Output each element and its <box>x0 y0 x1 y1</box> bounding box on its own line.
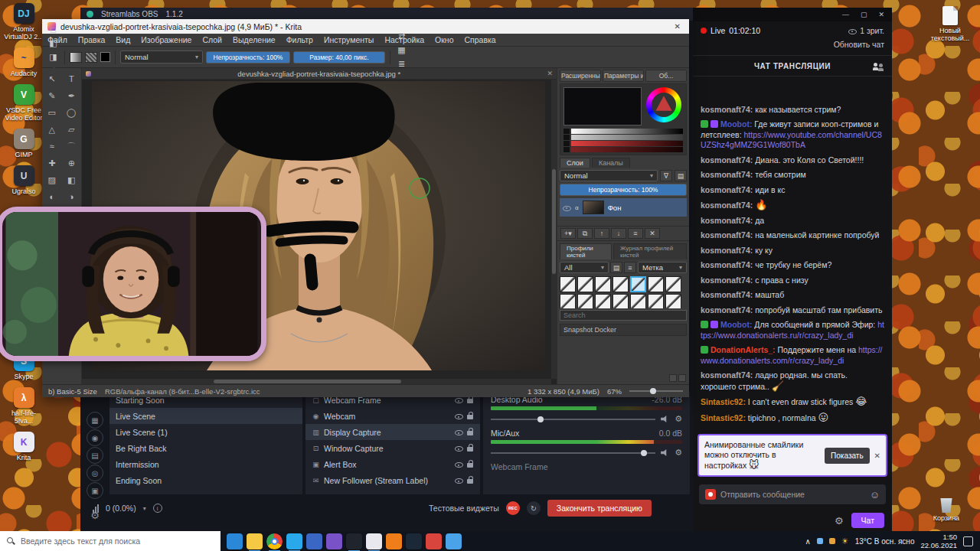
show-button[interactable]: Показать <box>825 448 870 464</box>
source-item[interactable]: ✉New Follower (Stream Label) <box>305 472 480 488</box>
editor-rail-icon[interactable]: ▦ <box>87 412 103 429</box>
source-item[interactable]: ⊡Window Capture <box>305 440 480 456</box>
brush-grid-view-icon[interactable]: ▤ <box>610 262 622 273</box>
explorer-folder-taskbar-icon[interactable] <box>247 533 263 549</box>
desktop-icon-krita[interactable]: KKrita <box>2 432 46 461</box>
visibility-eye-icon[interactable] <box>455 412 463 420</box>
brush-preset[interactable] <box>665 294 681 308</box>
themes-rail-icon[interactable]: ◉ <box>87 429 103 446</box>
text-tool[interactable]: T <box>62 70 82 87</box>
volume-slider[interactable] <box>491 452 655 454</box>
pattern-swatch[interactable] <box>85 52 97 63</box>
lock-icon[interactable] <box>467 444 474 452</box>
docker-float-icon[interactable] <box>669 374 677 382</box>
brush-preset[interactable] <box>577 294 593 308</box>
tray-update-icon[interactable] <box>829 538 835 544</box>
brush-preset[interactable] <box>577 276 593 292</box>
krita-menu-item[interactable]: Инструменты <box>318 35 379 44</box>
volume-slider[interactable] <box>491 419 655 420</box>
fill-tool[interactable]: ✚ <box>42 155 62 171</box>
visibility-eye-icon[interactable] <box>455 428 463 436</box>
telegram-taskbar-icon[interactable] <box>286 533 302 549</box>
notepad-taskbar-icon[interactable] <box>446 533 462 549</box>
canvas-horizontal-scrollbar[interactable] <box>82 379 551 384</box>
maximize-window-icon[interactable]: ▢ <box>861 11 867 18</box>
docker-tab-advanced-color[interactable]: Расширенный в... <box>560 70 601 82</box>
brush-search-input[interactable] <box>560 310 687 321</box>
brush-preset[interactable] <box>630 276 646 292</box>
krita-menu-item[interactable]: Справка <box>459 35 501 44</box>
docker-tab-tool-options[interactable]: Параметры ин... <box>603 70 644 82</box>
stream-camera-icon[interactable] <box>705 489 716 500</box>
lock-icon[interactable] <box>467 476 474 484</box>
tone-tool[interactable]: ◐ <box>42 188 62 205</box>
edit-shape-tool[interactable]: ✎ <box>42 87 62 104</box>
new-doc-icon[interactable]: □ <box>47 23 60 37</box>
speaker-icon[interactable] <box>661 415 669 423</box>
foreground-color-swatch[interactable] <box>100 52 110 62</box>
weather-label[interactable]: 13°C В осн. ясно <box>855 537 915 546</box>
minimize-window-icon[interactable]: — <box>842 11 849 18</box>
krita-menu-item[interactable]: Правка <box>73 35 110 44</box>
speaker-icon[interactable] <box>661 448 669 457</box>
visibility-eye-icon[interactable] <box>455 476 463 484</box>
docker-tab-overview[interactable]: Об... <box>645 70 687 82</box>
brush-preset[interactable] <box>595 276 611 292</box>
krita-menu-item[interactable]: Фильтр <box>281 35 318 44</box>
brush-preset[interactable] <box>648 294 664 308</box>
vlc-taskbar-icon[interactable] <box>386 533 402 549</box>
brush-presets-tab[interactable]: Профили кистей <box>560 243 612 259</box>
chat-settings-gear-icon[interactable]: ⚙ <box>835 515 844 527</box>
source-item[interactable]: ▣Alert Box <box>305 456 480 472</box>
color-wheel[interactable] <box>646 87 681 122</box>
krita-menu-item[interactable]: Изображение <box>136 35 197 44</box>
highlighter-rail-icon[interactable]: ◎ <box>87 465 103 481</box>
photos-taskbar-icon[interactable] <box>326 533 342 549</box>
edge-taskbar-icon[interactable] <box>227 533 243 549</box>
brush-preset[interactable] <box>560 294 576 308</box>
scene-item[interactable]: Live Scene <box>109 408 302 424</box>
zoom-slider[interactable] <box>629 390 683 392</box>
search-input[interactable] <box>21 536 214 546</box>
brush-tag-dropdown[interactable]: Метка▾ <box>638 262 687 273</box>
open-doc-icon[interactable]: ◧ <box>47 37 60 51</box>
calligraphy-tool[interactable]: ✒ <box>62 87 82 104</box>
source-item[interactable]: ▥Display Capture <box>305 424 480 440</box>
hidden-icons-caret[interactable]: ∧ <box>805 537 811 546</box>
krita-titlebar[interactable]: devushka-vzgliad-portret-krasivaia-tsepo… <box>42 19 689 34</box>
color-history-strips[interactable] <box>564 129 683 153</box>
snapshot-docker-tab[interactable]: Snapshot Docker <box>560 324 687 336</box>
close-window-icon[interactable]: ✕ <box>878 11 884 18</box>
mirror-icon[interactable]: ⇄ <box>395 30 408 44</box>
layer-opacity-slider[interactable]: Непрозрачность: 100% <box>560 184 687 196</box>
chat-message-list[interactable]: kosmonaft74: как называется стрим? Moobo… <box>693 77 892 431</box>
add-layer-button[interactable]: +▾ <box>560 228 576 239</box>
pattern-tool[interactable]: ▨ <box>42 171 62 188</box>
layer-view-icon[interactable]: ▤ <box>675 170 687 181</box>
document-tab[interactable]: devushka-vzgliad-portret-krasivaia-tsepo… <box>82 68 557 80</box>
layers-tab[interactable]: Слои <box>560 158 590 168</box>
close-document-icon[interactable]: ✕ <box>547 70 553 77</box>
channels-tab[interactable]: Каналы <box>592 158 630 168</box>
duplicate-layer-button[interactable]: ⧉ <box>577 228 593 239</box>
brush-list-view-icon[interactable]: ≡ <box>624 262 636 273</box>
notification-center-icon[interactable] <box>963 536 973 546</box>
delete-layer-button[interactable]: ✕ <box>645 228 660 239</box>
krita-menu-item[interactable]: Вид <box>110 35 136 44</box>
freehand-brush-tool[interactable]: ≈ <box>42 138 62 155</box>
save-doc-icon[interactable]: ◨ <box>47 51 60 64</box>
brush-preset[interactable] <box>560 276 576 292</box>
opacity-slider[interactable]: Непрозрачность: 100% <box>206 51 290 64</box>
refresh-chat-link[interactable]: Обновить чат <box>693 40 892 55</box>
steam-taskbar-icon[interactable] <box>406 533 422 549</box>
chat-titlebar[interactable]: — ▢ ✕ <box>693 8 892 21</box>
volume-slider-knob[interactable] <box>537 416 544 422</box>
taskbar-search[interactable] <box>0 531 220 551</box>
krita-taskbar-icon[interactable] <box>366 533 382 549</box>
desktop-icon-ugralso[interactable]: UUgralso <box>2 165 46 195</box>
krita-menu-item[interactable]: Выделение <box>227 35 281 44</box>
performance-chart-icon[interactable] <box>93 504 99 513</box>
move-layer-up-button[interactable]: ↑ <box>594 228 609 239</box>
desktop-icon-new-text-doc[interactable]: Новый текстовый... <box>926 6 974 42</box>
test-widgets-label[interactable]: Тестовые виджеты <box>429 504 499 513</box>
